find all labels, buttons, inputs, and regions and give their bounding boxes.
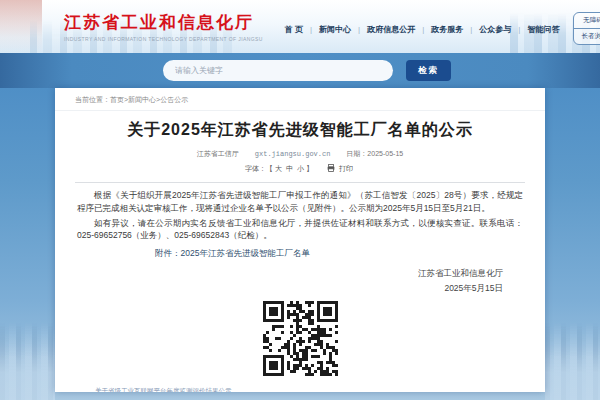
print-icon [327, 164, 335, 172]
article-date: 日期：2025-05-15 [346, 150, 403, 157]
search-button[interactable]: 检索 [406, 60, 451, 81]
print-button[interactable]: 打印 [327, 165, 355, 172]
attachment-link[interactable]: 附件：2025年江苏省先进级智能工厂名单 [155, 248, 310, 258]
breadcrumb: 当前位置：首页>新闻中心>公告公示 [55, 88, 545, 111]
signature-date: 2025年5月15日 [55, 281, 503, 296]
article-toolbar: 字体：【大中小】打印 [55, 164, 545, 174]
article-card: 当前位置：首页>新闻中心>公告公示 关于2025年江苏省先进级智能工厂名单的公示… [55, 88, 545, 392]
content-background: 当前位置：首页>新闻中心>公告公示 关于2025年江苏省先进级智能工厂名单的公示… [0, 88, 600, 400]
nav-gov-info[interactable]: 政府信息公开 [351, 24, 415, 35]
paragraph-2: 如有异议，请在公示期内实名反馈省工业和信息化厅，并提供佐证材料和联系方式，以便核… [77, 217, 523, 243]
signature-org: 江苏省工业和信息化厅 [55, 266, 503, 281]
attachment-row: 附件：2025年江苏省先进级智能工厂名单 [55, 244, 545, 260]
page: 江苏省工业和信息化厅 INDUSTRY AND INFORMATION TECH… [0, 0, 600, 400]
font-large-button[interactable]: 大 [275, 165, 282, 172]
font-medium-button[interactable]: 中 [286, 165, 293, 172]
bracket-close: 】 [306, 165, 313, 172]
article-site-url: gxt.jiangsu.gov.cn [255, 150, 331, 158]
related-links: 关于省级工业互联网平台年度监测评价结果公示 关于省级大学生企业实习实训基地拟支持… [55, 380, 545, 392]
article-body: 根据《关于组织开展2025年江苏省先进级智能工厂申报工作的通知》（苏工信智发〔2… [55, 183, 545, 242]
qr-wrap [55, 301, 545, 380]
top-navigation: 首 页 新闻中心 政府信息公开 政务服务 公众参与 智能问答 [285, 24, 560, 35]
site-title-en: INDUSTRY AND INFORMATION TECHNOLOGY DEPA… [64, 36, 263, 42]
paragraph-1: 根据《关于组织开展2025年江苏省先进级智能工厂申报工作的通知》（苏工信智发〔2… [77, 189, 523, 215]
nav-public-participation[interactable]: 公众参与 [463, 24, 511, 35]
page-title: 关于2025年江苏省先进级智能工厂名单的公示 [55, 120, 545, 141]
article-source: 江苏省工信厅 [197, 150, 239, 157]
font-size-label: 字体： [245, 165, 266, 172]
accessibility-reading-button[interactable]: 无障碍阅读 [574, 13, 600, 28]
breadcrumb-path[interactable]: 首页>新闻中心>公告公示 [110, 96, 188, 103]
elder-mode-button[interactable]: 长者浏览模式 [574, 28, 600, 44]
accessibility-box: 无障碍阅读 长者浏览模式 [573, 12, 600, 45]
nav-home[interactable]: 首 页 [285, 24, 303, 35]
print-label: 打印 [339, 165, 353, 172]
nav-gov-services[interactable]: 政务服务 [415, 24, 463, 35]
nav-smart-qa[interactable]: 智能问答 [511, 24, 559, 35]
related-link-1[interactable]: 关于省级工业互联网平台年度监测评价结果公示 [95, 386, 525, 392]
search-input[interactable] [163, 60, 393, 81]
skyline-bottom-right [545, 322, 600, 400]
site-title: 江苏省工业和信息化厅 [64, 11, 263, 34]
breadcrumb-prefix: 当前位置： [75, 96, 110, 103]
font-small-button[interactable]: 小 [297, 165, 304, 172]
search-band: 检索 [0, 53, 600, 88]
signature-block: 江苏省工业和信息化厅 2025年5月15日 [55, 266, 545, 296]
article-meta: 江苏省工信厅 gxt.jiangsu.gov.cn 日期：2025-05-15 [55, 149, 545, 159]
nav-news-center[interactable]: 新闻中心 [303, 24, 351, 35]
skyline-bottom-left [0, 322, 55, 400]
site-logo[interactable]: 江苏省工业和信息化厅 INDUSTRY AND INFORMATION TECH… [64, 11, 263, 42]
top-banner: 江苏省工业和信息化厅 INDUSTRY AND INFORMATION TECH… [0, 0, 600, 53]
bracket-open: 【 [266, 165, 273, 172]
qr-code [263, 301, 338, 376]
